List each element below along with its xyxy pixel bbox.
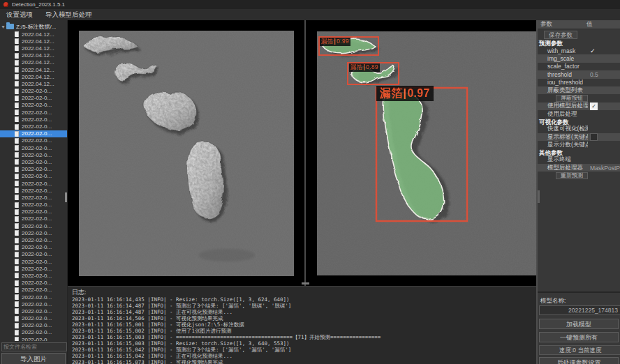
sidebar-scrollbar-thumb[interactable] — [65, 192, 67, 202]
file-icon — [15, 67, 19, 73]
log-panel: 日志: 2023-01-11 16:16:14,435 |INFO| - Res… — [68, 286, 536, 364]
tree-item-label: 2022-02-0... — [22, 251, 52, 257]
file-icon — [15, 209, 19, 215]
param-row[interactable]: 模型后处理器MaskPostPro — [538, 164, 620, 172]
postprocess-settings-button[interactable]: 后处理参数设置 — [539, 357, 619, 364]
tree-item-label: 2022-02-0... — [22, 230, 52, 236]
tree-item[interactable]: 2022.04.12... — [0, 52, 67, 59]
file-icon — [15, 131, 19, 137]
tree-item[interactable]: 2022.04.12... — [0, 73, 67, 80]
tree-item[interactable]: 2022-02-0... — [0, 208, 67, 215]
param-row[interactable]: 屏蔽类型列表 — [538, 86, 620, 94]
param-row[interactable]: 显示终端 — [538, 156, 620, 164]
tree-item[interactable]: 2022-02-0... — [0, 130, 67, 137]
tree-item[interactable]: 2022-02-0... — [0, 329, 67, 336]
tree-item[interactable]: 2022-02-0... — [0, 187, 67, 194]
param-row[interactable]: 显示标签(关键点) — [538, 133, 620, 141]
tree-item[interactable]: 2022-02-0... — [0, 265, 67, 272]
tree-item[interactable]: 2022-02-0... — [0, 229, 67, 236]
tree-item[interactable]: 2022-02-0... — [0, 294, 67, 301]
tree-root-folder[interactable]: ▾ Z:/5-标注数据/... — [0, 22, 67, 31]
tree-item-label: 2022.04.12... — [22, 59, 54, 66]
save-params-button[interactable]: 保存参数 — [544, 31, 577, 39]
tree-item[interactable]: 2022-02-0... — [0, 123, 67, 130]
tree-item[interactable]: 2022-02-0... — [0, 272, 67, 279]
tree-item[interactable]: 2022-02-0... — [0, 102, 67, 109]
log-line: 2023-01-11 16:16:15,042 |INFO| - 预测出了3个结… — [72, 347, 536, 353]
tree-item[interactable]: 2022-02-0... — [0, 215, 67, 222]
param-row[interactable]: 快速可视化(检测) — [538, 126, 620, 133]
tree-item[interactable]: 2022.04.12... — [0, 66, 67, 73]
splitter-handle[interactable] — [302, 282, 309, 285]
tree-item[interactable]: 2022.04.12... — [0, 59, 67, 66]
params-table-header: 参数 值 — [538, 20, 620, 29]
menu-settings[interactable]: 设置选项 — [0, 10, 39, 20]
param-action-button[interactable]: 屏蔽按钮 — [556, 95, 588, 102]
caret-down-icon[interactable]: ▾ — [0, 24, 6, 30]
file-icon — [15, 316, 19, 321]
tree-item[interactable]: 2022-02-0... — [0, 109, 67, 116]
params-scrollbar-thumb[interactable] — [538, 190, 540, 203]
prediction-image-panel: 漏箔|0.99 漏箔|0.89 漏箔|0.97 — [317, 31, 536, 275]
tree-item[interactable]: 2022-02-0... — [0, 244, 67, 251]
tree-item[interactable]: 2022-02-0... — [0, 202, 67, 208]
param-label: iou_threshold — [538, 79, 588, 86]
detection-label: 漏箔|0.99 — [320, 38, 350, 46]
param-action-button[interactable]: 重新预测 — [556, 172, 588, 179]
tree-item[interactable]: 2022-02-0... — [0, 222, 67, 229]
tree-item[interactable]: 2022-02-0... — [0, 315, 67, 322]
tree-item[interactable]: 2022-02-0... — [0, 236, 67, 243]
menu-import-model-postprocess[interactable]: 导入模型后处理 — [39, 10, 98, 20]
log-lines[interactable]: 2023-01-11 16:16:14,435 |INFO| - Resize:… — [72, 296, 536, 364]
tree-item-label: 2022-02-0... — [22, 337, 52, 341]
param-row[interactable]: with_mask✓ — [538, 47, 620, 54]
param-button-row[interactable]: 重新预测 — [538, 172, 620, 179]
search-input[interactable] — [1, 342, 67, 351]
main-content: ▾ Z:/5-标注数据/... 2022.04.12...2022.04.12.… — [0, 20, 620, 364]
checkbox-icon[interactable] — [590, 133, 598, 141]
param-row[interactable]: scale_factor — [538, 63, 620, 70]
tree-item[interactable]: 2022-02-0... — [0, 137, 67, 144]
param-row[interactable]: iou_threshold — [538, 79, 620, 86]
import-images-button[interactable]: 导入图片 — [1, 353, 66, 364]
param-row[interactable]: img_scale — [538, 54, 620, 62]
tree-item[interactable]: 2022-02-0... — [0, 166, 67, 173]
param-row[interactable]: 使用模型后处理✓ — [538, 103, 620, 110]
tree-item[interactable]: 2022-02-0... — [0, 194, 67, 201]
file-icon — [15, 103, 19, 108]
tree-item[interactable]: 2022-02-0... — [0, 336, 67, 341]
checkbox-checked-icon[interactable]: ✓ — [590, 103, 598, 110]
param-row[interactable]: threshold0.5 — [538, 70, 620, 78]
tree-item[interactable]: 2022.04.12... — [0, 38, 67, 45]
tree-item[interactable]: 2022-02-0... — [0, 173, 67, 180]
tree-item[interactable]: 2022-02-0... — [0, 116, 67, 123]
param-row[interactable]: 使用后处理 — [538, 110, 620, 118]
tree-item[interactable]: 2022-02-0... — [0, 258, 67, 265]
panel-splitter[interactable] — [304, 20, 306, 286]
tree-item[interactable]: 2022-02-0... — [0, 144, 67, 151]
tree-item[interactable]: 2022.04.12... — [0, 45, 67, 52]
tree-item[interactable]: 2022-02-0... — [0, 322, 67, 329]
parameters-panel: 参数 值 保存参数 预测参数with_mask✓img_scalescale_f… — [536, 20, 620, 364]
tree-item-label: 2022-02-0... — [22, 215, 52, 222]
tree-item[interactable]: 2022-02-0... — [0, 251, 67, 258]
param-button-row[interactable]: 屏蔽按钮 — [538, 94, 620, 102]
tree-item[interactable]: 2022-02-0... — [0, 308, 67, 314]
tree-item[interactable]: 2022-02-0... — [0, 280, 67, 287]
tree-item[interactable]: 2022-02-0... — [0, 180, 67, 187]
tree-item-label: 2022-02-0... — [22, 152, 52, 158]
tree-item[interactable]: 2022-02-0... — [0, 158, 67, 165]
tree-item[interactable]: 2022.04.12... — [0, 80, 67, 87]
model-name-field[interactable]: 20221225_174813 — [539, 305, 620, 315]
tree-item-label: 2022-02-0... — [22, 159, 52, 165]
tree-item[interactable]: 2022-02-0... — [0, 95, 67, 102]
tree-item[interactable]: 2022-02-0... — [0, 287, 67, 294]
tree-item[interactable]: 2022-02-0... — [0, 301, 67, 308]
param-row[interactable]: 显示分数(关键点) — [538, 141, 620, 149]
tree-item[interactable]: 2022-02-0... — [0, 151, 67, 158]
load-model-button[interactable]: 加载模型 — [539, 319, 619, 329]
tree-item[interactable]: 2022.04.12... — [0, 31, 67, 38]
file-icon — [15, 116, 19, 122]
tree-item[interactable]: 2022-02-0... — [0, 88, 67, 95]
predict-all-button[interactable]: 一键预测所有 — [539, 332, 619, 342]
